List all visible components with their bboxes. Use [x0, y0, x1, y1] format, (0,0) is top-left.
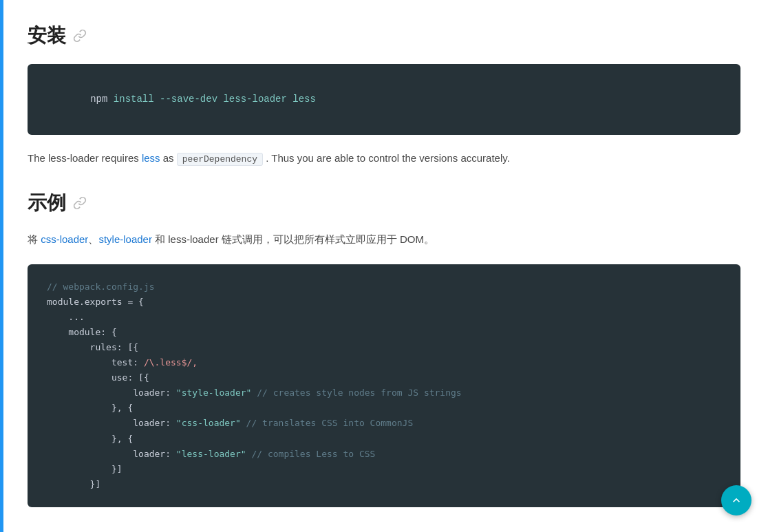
- style-loader-link[interactable]: style-loader: [98, 233, 152, 245]
- css-loader-link[interactable]: css-loader: [41, 233, 88, 245]
- install-code-block: npm install --save-dev less-loader less: [28, 64, 740, 135]
- example-prose-after: 和 less-loader 链式调用，可以把所有样式立即应用于 DOM。: [152, 233, 434, 245]
- regex-value: /\.less$/,: [144, 357, 198, 368]
- peer-dependency-code: peerDependency: [177, 153, 263, 166]
- page-container: 安装 npm install --save-dev less-loader le…: [0, 0, 768, 532]
- example-sep1: 、: [88, 233, 98, 245]
- example-heading: 示例: [28, 188, 66, 219]
- install-link-icon[interactable]: [73, 29, 87, 43]
- webpack-code-pre: // webpack.config.js module.exports = { …: [47, 279, 721, 492]
- example-prose: 将 css-loader、style-loader 和 less-loader …: [28, 231, 740, 248]
- prose-after: . Thus you are able to control the versi…: [263, 152, 510, 164]
- example-heading-group: 示例: [28, 188, 740, 219]
- style-loader-line: loader: "style-loader" // creates style …: [47, 387, 462, 398]
- example-section: 示例 将 css-loader、style-loader 和 less-load…: [28, 188, 740, 507]
- style-loader-str: "style-loader": [176, 387, 252, 398]
- close4: }]: [47, 479, 100, 489]
- cmd-npm: npm: [90, 94, 114, 105]
- css-loader-line: loader: "css-loader" // translates CSS i…: [47, 418, 413, 428]
- css-loader-comment: // translates CSS into CommonJS: [241, 418, 413, 428]
- test-line: test: /\.less$/,: [47, 357, 198, 368]
- webpack-code-block: // webpack.config.js module.exports = { …: [28, 264, 740, 507]
- rules-open: rules: [{: [47, 342, 138, 352]
- close1: }, {: [47, 403, 133, 413]
- cmd-save-dev: --save-dev: [160, 94, 217, 105]
- cmd-less-loader: less-loader: [223, 94, 286, 105]
- module-key: module: {: [47, 327, 117, 337]
- install-heading-group: 安装: [28, 21, 740, 52]
- cmd-install: install: [114, 94, 154, 105]
- cmd-less: less: [292, 94, 316, 105]
- install-command: npm install --save-dev less-loader less: [44, 94, 316, 120]
- style-loader-comment: // creates style nodes from JS strings: [251, 387, 461, 398]
- ellipsis: ...: [47, 312, 85, 322]
- prose-between: as: [160, 152, 177, 164]
- comment-webpack: // webpack.config.js: [47, 281, 155, 292]
- less-loader-str: "less-loader": [176, 449, 246, 459]
- less-link[interactable]: less: [142, 152, 160, 164]
- module-exports: module.exports = {: [47, 297, 144, 307]
- close2: }, {: [47, 434, 133, 444]
- use-open: use: [{: [47, 372, 149, 383]
- install-section: 安装 npm install --save-dev less-loader le…: [28, 21, 740, 167]
- less-loader-line: loader: "less-loader" // compiles Less t…: [47, 449, 375, 459]
- example-link-icon[interactable]: [73, 196, 87, 210]
- chevron-up-icon: [729, 493, 743, 507]
- install-prose: The less-loader requires less as peerDep…: [28, 150, 740, 167]
- less-loader-comment: // compiles Less to CSS: [246, 449, 376, 459]
- cmd-flag: [154, 94, 160, 105]
- prose-before: The less-loader requires: [28, 152, 142, 164]
- close3: }]: [47, 464, 122, 474]
- css-loader-str: "css-loader": [176, 418, 241, 428]
- scroll-top-button[interactable]: [721, 485, 751, 515]
- example-prose-before: 将: [28, 233, 41, 245]
- install-heading: 安装: [28, 21, 66, 52]
